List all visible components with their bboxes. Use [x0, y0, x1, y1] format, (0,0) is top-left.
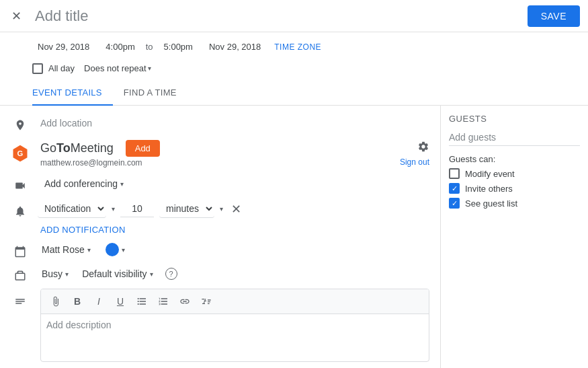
timezone-label[interactable]: TIME ZONE	[274, 42, 321, 52]
location-pin-icon	[14, 119, 26, 131]
gotomeeting-add-button[interactable]: Add	[126, 140, 160, 157]
dialog-header: ✕ SAVE	[0, 0, 588, 32]
bullet-list-button[interactable]	[132, 292, 151, 311]
notif-type-chevron-icon: ▾	[112, 205, 115, 213]
conferencing-label: Add conferencing	[44, 178, 118, 189]
save-button[interactable]: SAVE	[528, 5, 580, 27]
invite-others-label: Invite others	[465, 184, 513, 194]
status-row: Busy ▾ Default visibility ▾ ?	[0, 262, 440, 286]
start-time-chip[interactable]: 4:00pm	[100, 39, 140, 54]
calendar-color-indicator[interactable]	[106, 243, 119, 256]
add-guests-input[interactable]	[449, 129, 580, 146]
event-dialog: ✕ SAVE Nov 29, 2018 4:00pm to 5:00pm Nov…	[0, 0, 588, 368]
description-icon-col	[8, 289, 32, 307]
remove-notification-button[interactable]: ✕	[231, 202, 241, 217]
busy-chevron-icon: ▾	[65, 270, 69, 278]
modify-event-checkbox[interactable]	[449, 168, 460, 179]
align-left-icon	[14, 295, 26, 307]
gotomeeting-icon-col: G	[8, 140, 32, 163]
bold-button[interactable]: B	[68, 292, 87, 311]
description-placeholder: Add description	[46, 320, 112, 330]
add-notification-link[interactable]: ADD NOTIFICATION	[0, 222, 440, 237]
description-toolbar: B I U	[41, 289, 429, 314]
calendar-icon-col	[8, 242, 32, 258]
gotomeeting-name: GoToMeeting	[40, 141, 114, 155]
calendar-owner-row: Matt Rose ▾ ▾	[0, 237, 440, 262]
close-icon: ✕	[11, 9, 22, 24]
color-chevron-icon: ▾	[122, 246, 125, 254]
end-date-chip[interactable]: Nov 29, 2018	[204, 39, 266, 54]
allday-checkbox[interactable]	[32, 63, 43, 74]
busy-status-button[interactable]: Busy ▾	[38, 266, 73, 282]
gotomeeting-row: G GoToMeeting Add	[0, 136, 440, 172]
owner-chevron-icon: ▾	[87, 246, 91, 254]
video-icon-col	[8, 176, 32, 192]
bold-icon: B	[74, 296, 81, 307]
location-field	[40, 115, 429, 132]
end-time-chip[interactable]: 5:00pm	[159, 39, 198, 54]
remove-format-button[interactable]	[197, 292, 216, 311]
repeat-chevron-icon: ▾	[148, 65, 151, 72]
settings-gear-icon[interactable]	[417, 141, 429, 156]
italic-icon: I	[97, 296, 100, 307]
location-icon-col	[8, 115, 32, 131]
description-row: B I U	[0, 286, 440, 365]
guests-panel: GUESTS Guests can: Modify event Invite o…	[440, 106, 588, 368]
conferencing-row: Add conferencing ▾	[0, 172, 440, 196]
allday-row: All day Does not repeat ▾	[0, 61, 588, 81]
repeat-label: Does not repeat	[84, 63, 146, 73]
guests-panel-title: GUESTS	[449, 114, 580, 124]
visibility-label: Default visibility	[82, 268, 146, 279]
link-button[interactable]	[175, 292, 194, 311]
close-button[interactable]: ✕	[8, 8, 24, 24]
visibility-button[interactable]: Default visibility ▾	[78, 266, 157, 282]
see-guest-list-label: See guest list	[465, 198, 517, 209]
guest-option-see-list: See guest list	[449, 198, 580, 209]
video-conference-icon	[14, 180, 26, 192]
tab-event-details[interactable]: EVENT DETAILS	[32, 81, 113, 106]
gotomeeting-header: GoToMeeting Add	[40, 140, 429, 157]
tab-find-a-time[interactable]: FIND A TIME	[124, 81, 187, 106]
description-editor: B I U	[40, 289, 429, 362]
bell-icon	[14, 205, 26, 217]
briefcase-icon-col	[8, 266, 32, 282]
attachment-button[interactable]	[46, 292, 65, 311]
calendar-icon	[14, 246, 26, 258]
signout-link[interactable]: Sign out	[400, 157, 429, 167]
location-input[interactable]	[40, 115, 429, 132]
calendar-owner-button[interactable]: Matt Rose ▾	[38, 242, 95, 258]
notification-type-select[interactable]: Notification	[38, 200, 106, 218]
date-row: Nov 29, 2018 4:00pm to 5:00pm Nov 29, 20…	[0, 32, 588, 61]
gotomeeting-logo: GoToMeeting Add	[40, 140, 160, 157]
underline-button[interactable]: U	[111, 292, 130, 311]
main-content: G GoToMeeting Add	[0, 106, 588, 368]
description-area[interactable]: Add description	[41, 314, 429, 361]
guests-can-label: Guests can:	[449, 154, 580, 164]
busy-label: Busy	[42, 268, 62, 279]
to-label: to	[146, 42, 153, 52]
repeat-dropdown[interactable]: Does not repeat ▾	[80, 61, 155, 75]
location-row	[0, 111, 440, 136]
left-panel: G GoToMeeting Add	[0, 106, 440, 368]
underline-icon: U	[117, 296, 124, 307]
notification-unit-select[interactable]: minutes	[159, 200, 214, 218]
modify-event-label: Modify event	[465, 169, 515, 179]
bell-icon-col	[8, 201, 32, 217]
start-date-chip[interactable]: Nov 29, 2018	[32, 39, 95, 54]
notification-row: Notification ▾ minutes ▾ ✕	[0, 196, 440, 222]
notification-value-input[interactable]	[120, 200, 154, 217]
allday-label: All day	[48, 63, 75, 73]
help-icon[interactable]: ?	[165, 268, 177, 280]
conferencing-button[interactable]: Add conferencing ▾	[40, 176, 128, 192]
numbered-list-button[interactable]	[154, 292, 173, 311]
guest-option-invite: Invite others	[449, 183, 580, 194]
title-input[interactable]	[30, 5, 522, 28]
owner-name: Matt Rose	[42, 244, 85, 255]
italic-button[interactable]: I	[89, 292, 108, 311]
see-guest-list-checkbox[interactable]	[449, 198, 460, 209]
briefcase-icon	[14, 270, 26, 282]
gotomeeting-email: matthew.rose@logmein.com	[40, 158, 142, 168]
invite-others-checkbox[interactable]	[449, 183, 460, 194]
guest-option-modify: Modify event	[449, 168, 580, 179]
visibility-chevron-icon: ▾	[150, 270, 153, 278]
